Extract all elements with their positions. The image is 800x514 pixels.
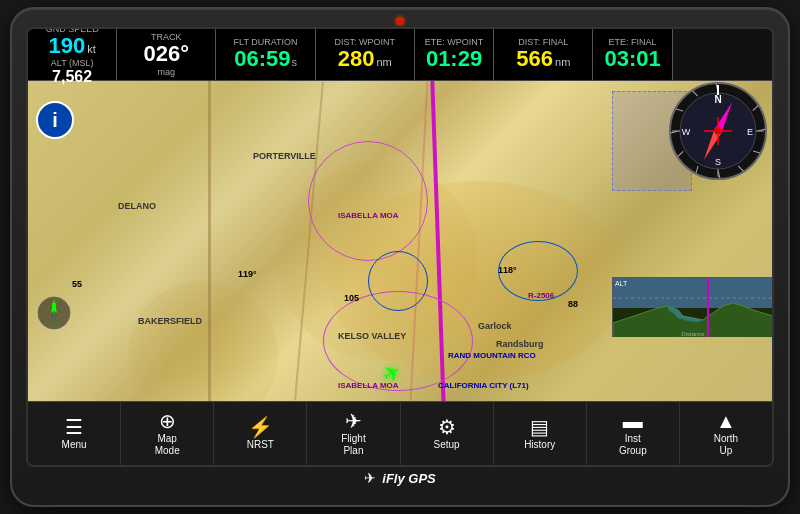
label-porterville: PORTERVILLE [253, 151, 316, 161]
nrst-button[interactable]: ⚡ NRST [214, 402, 307, 465]
alt-value: 7,562 [52, 68, 92, 86]
alt-label: Alt (MSL) [51, 58, 94, 68]
duration-sub: s [291, 56, 297, 68]
screen: Gnd Speed 190 kt Alt (MSL) 7,562 Track 0… [26, 27, 774, 467]
label-r2506: R-2506 [528, 291, 554, 300]
gnd-speed-unit: kt [87, 43, 96, 55]
menu-icon: ☰ [65, 417, 83, 437]
svg-text:ALT: ALT [615, 280, 628, 287]
dist-wpoint-cell: Dist: wpoint 280 nm [316, 29, 415, 80]
svg-text:N: N [714, 94, 721, 105]
compass-placeholder-cell [673, 29, 772, 80]
track-cell: Track 026° mag [117, 29, 216, 80]
label-88: 88 [568, 299, 578, 309]
svg-text:W: W [682, 127, 691, 137]
svg-rect-33 [613, 278, 772, 308]
terrain-zone-3 [128, 281, 278, 401]
inst-group-button[interactable]: ▬ InstGroup [587, 402, 680, 465]
flight-plan-label: FlightPlan [341, 433, 365, 457]
history-button[interactable]: ▤ History [494, 402, 587, 465]
north-up-button[interactable]: ▲ NorthUp [680, 402, 772, 465]
north-up-icon: ▲ [716, 411, 736, 431]
airspace-3 [498, 241, 578, 301]
label-119: 119° [238, 269, 257, 279]
dist-final-value: 566 [516, 47, 553, 71]
north-indicator-map: N [36, 295, 72, 331]
brand-bar: ✈ iFly GPS [364, 467, 435, 489]
gps-device: Gnd Speed 190 kt Alt (MSL) 7,562 Track 0… [10, 7, 790, 507]
ete-wpoint-cell: ETE: wpoint 01:29 [415, 29, 494, 80]
svg-text:Distance: Distance [681, 331, 705, 337]
ete-final-cell: ETE: Final 03:01 [593, 29, 672, 80]
info-button[interactable]: i [36, 101, 74, 139]
map-mode-button[interactable]: ⊕ MapMode [121, 402, 214, 465]
setup-button[interactable]: ⚙ Setup [401, 402, 494, 465]
svg-text:N: N [51, 302, 56, 309]
inst-group-label: InstGroup [619, 433, 647, 457]
terrain-zone-2 [328, 181, 628, 381]
gnd-speed-value: 190 [49, 34, 86, 58]
svg-text:S: S [715, 157, 721, 167]
label-bakersfield: BAKERSFIELD [138, 316, 202, 326]
label-118: 118° [498, 265, 517, 275]
ete-final-value: 03:01 [604, 47, 660, 71]
map-area[interactable]: PORTERVILLE DELANO BAKERSFIELD ISABELLA … [28, 81, 772, 401]
setup-icon: ⚙ [438, 417, 456, 437]
highway-2 [294, 82, 324, 401]
compass-rose: N S E W [668, 81, 768, 181]
history-icon: ▤ [530, 417, 549, 437]
label-rand: RAND MOUNTAIN RCO [448, 351, 536, 360]
flight-plan-button[interactable]: ✈ FlightPlan [307, 402, 400, 465]
gnd-speed-cell: Gnd Speed 190 kt Alt (MSL) 7,562 [28, 29, 117, 80]
flight-plan-icon: ✈ [345, 411, 362, 431]
inst-group-icon: ▬ [623, 411, 643, 431]
dist-wpoint-value: 280 [338, 47, 375, 71]
track-sub: mag [158, 67, 176, 77]
track-value: 026° [144, 42, 190, 66]
history-label: History [524, 439, 555, 451]
label-isabella-moa-1: ISABELLA MOA [338, 211, 399, 220]
menu-label: Menu [62, 439, 87, 451]
ete-wpoint-value: 01:29 [426, 47, 482, 71]
elevation-chart: ALT Distance [613, 278, 772, 337]
dist-final-unit: nm [555, 56, 570, 68]
map-mode-icon: ⊕ [159, 411, 176, 431]
label-garlock: Garlock [478, 321, 512, 331]
route-line [430, 81, 451, 401]
label-delano: DELANO [118, 201, 156, 211]
dist-final-cell: Dist: Final 566 nm [494, 29, 593, 80]
nrst-icon: ⚡ [248, 417, 273, 437]
brand-logo: iFly GPS [382, 471, 435, 486]
dist-wpoint-unit: nm [376, 56, 391, 68]
road-1 [410, 81, 429, 401]
compass-container: N S E W [668, 81, 768, 181]
setup-label: Setup [433, 439, 459, 451]
label-105: 105 [344, 293, 359, 303]
north-up-label: NorthUp [714, 433, 738, 457]
airspace-1 [308, 141, 428, 261]
label-55: 55 [72, 279, 82, 289]
highway-1 [208, 81, 211, 401]
label-cal-city: CALIFORNIA CITY (L71) [438, 381, 529, 390]
label-randsburg: Randsburg [496, 339, 544, 349]
svg-text:E: E [747, 127, 753, 137]
top-data-bar: Gnd Speed 190 kt Alt (MSL) 7,562 Track 0… [28, 29, 772, 81]
chart-background: PORTERVILLE DELANO BAKERSFIELD ISABELLA … [28, 81, 772, 401]
led-indicator [396, 17, 404, 25]
duration-value: 06:59 [234, 47, 290, 71]
airplane-icon: ✈ [378, 358, 407, 390]
label-kelso: KELSO VALLEY [338, 331, 406, 341]
toolbar: ☰ Menu ⊕ MapMode ⚡ NRST ✈ FlightPlan ⚙ S… [28, 401, 772, 465]
duration-cell: Flt Duration 06:59 s [216, 29, 315, 80]
menu-button[interactable]: ☰ Menu [28, 402, 121, 465]
elevation-strip: ALT Distance [612, 277, 772, 337]
nrst-label: NRST [247, 439, 274, 451]
map-mode-label: MapMode [155, 433, 180, 457]
